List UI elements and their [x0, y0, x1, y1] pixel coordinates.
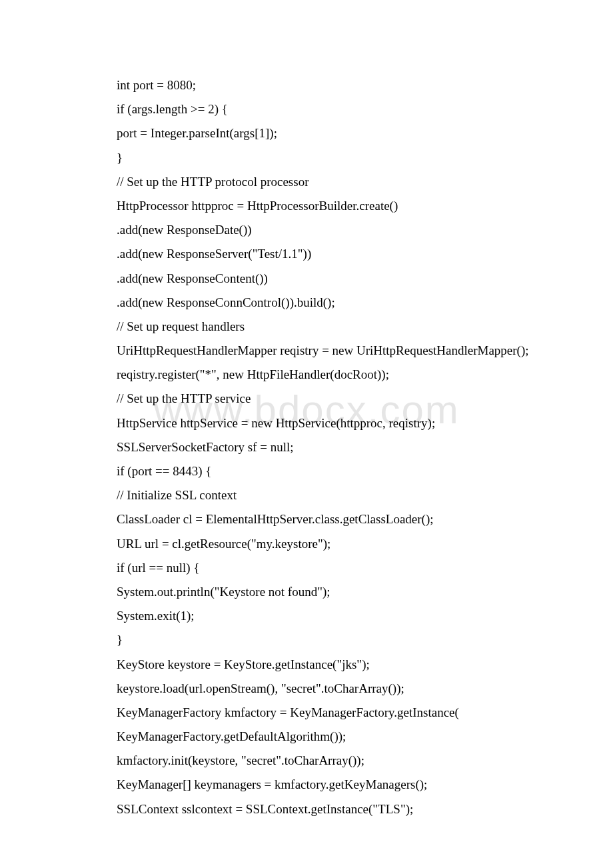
code-line: // Set up request handlers — [117, 320, 546, 333]
code-line: HttpProcessor httpproc = HttpProcessorBu… — [117, 199, 546, 212]
code-line: URL url = cl.getResource("my.keystore"); — [117, 537, 546, 550]
code-line: KeyManagerFactory kmfactory = KeyManager… — [117, 706, 546, 719]
code-line: // Set up the HTTP protocol processor — [117, 175, 546, 188]
code-line: keystore.load(url.openStream(), "secret"… — [117, 682, 546, 695]
code-line: UriHttpRequestHandlerMapper reqistry = n… — [117, 344, 546, 357]
code-line: KeyManagerFactory.getDefaultAlgorithm())… — [117, 730, 546, 743]
code-line: // Set up the HTTP service — [117, 392, 546, 405]
code-line: SSLServerSocketFactory sf = null; — [117, 441, 546, 453]
code-line: System.exit(1); — [117, 609, 546, 622]
code-line: System.out.println("Keystore not found")… — [117, 585, 546, 598]
code-line: if (port == 8443) { — [117, 465, 546, 477]
code-line: KeyManager[] keymanagers = kmfactory.get… — [117, 778, 546, 791]
code-line: reqistry.register("*", new HttpFileHandl… — [117, 368, 546, 381]
code-line: } — [117, 151, 546, 164]
code-line: int port = 8080; — [117, 79, 546, 91]
code-line: if (args.length >= 2) { — [117, 103, 546, 115]
code-line: } — [117, 633, 546, 646]
code-line: .add(new ResponseDate()) — [117, 223, 546, 236]
code-line: kmfactory.init(keystore, "secret".toChar… — [117, 754, 546, 767]
code-line: SSLContext sslcontext = SSLContext.getIn… — [117, 803, 546, 815]
code-line: ClassLoader cl = ElementalHttpServer.cla… — [117, 513, 546, 525]
code-line: KeyStore keystore = KeyStore.getInstance… — [117, 658, 546, 671]
code-line: .add(new ResponseContent()) — [117, 272, 546, 285]
code-line: port = Integer.parseInt(args[1]); — [117, 127, 546, 139]
code-line: .add(new ResponseServer("Test/1.1")) — [117, 247, 546, 260]
code-line: .add(new ResponseConnControl()).build(); — [117, 296, 546, 309]
code-block: int port = 8080; if (args.length >= 2) {… — [117, 79, 546, 827]
code-line: if (url == null) { — [117, 561, 546, 574]
code-line: // Initialize SSL context — [117, 489, 546, 501]
code-line: HttpService httpService = new HttpServic… — [117, 417, 546, 429]
